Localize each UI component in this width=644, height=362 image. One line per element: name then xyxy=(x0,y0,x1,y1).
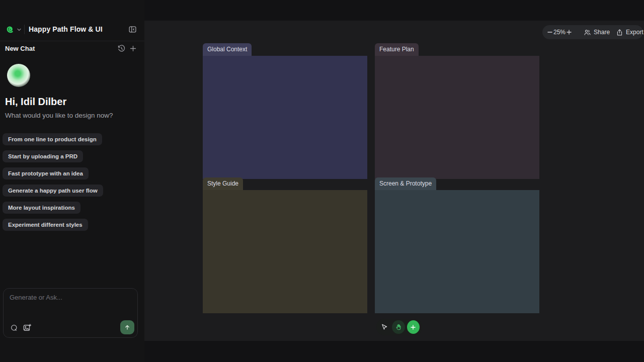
composer-tools xyxy=(10,323,32,332)
chip-fast-prototype[interactable]: Fast prototype with an idea xyxy=(3,167,89,179)
sidebar-header: Happy Path Flow & UI xyxy=(0,22,144,38)
greeting-subtitle: What would you like to design now? xyxy=(5,112,113,119)
add-image-icon[interactable] xyxy=(23,323,32,332)
prompt-input[interactable] xyxy=(10,294,130,314)
canvas-tools xyxy=(376,319,422,335)
composer xyxy=(3,288,138,338)
frame-label-screen-prototype[interactable]: Screen & Prototype xyxy=(375,177,436,190)
frame-screen-prototype[interactable]: Screen & Prototype xyxy=(375,190,539,313)
header-divider xyxy=(24,25,25,34)
suggestion-chips: From one line to product design Start by… xyxy=(3,133,141,231)
frame-label-feature-plan[interactable]: Feature Plan xyxy=(375,43,419,56)
frame-label-style-guide[interactable]: Style Guide xyxy=(203,177,243,190)
chip-experiment-styles[interactable]: Experiment different styles xyxy=(3,219,88,231)
section-divider xyxy=(0,41,144,41)
project-title: Happy Path Flow & UI xyxy=(29,25,103,33)
hand-tool-button[interactable] xyxy=(392,320,405,334)
select-target-icon[interactable] xyxy=(10,323,19,332)
frame-style-guide[interactable]: Style Guide xyxy=(203,190,367,313)
cursor-tool-icon[interactable] xyxy=(379,321,390,333)
frame-label-global-context[interactable]: Global Context xyxy=(203,43,252,56)
chip-layout-inspirations[interactable]: More layout inspirations xyxy=(3,202,80,214)
new-chat-plus-icon[interactable] xyxy=(129,44,137,53)
chevron-down-icon[interactable] xyxy=(16,27,22,33)
export-label: Export xyxy=(626,29,643,36)
export-button[interactable]: Export xyxy=(613,29,644,36)
plus-icon xyxy=(410,324,417,331)
chip-happy-path-flow[interactable]: Generate a happy path user flow xyxy=(3,185,103,197)
zoom-level[interactable]: 25% xyxy=(553,29,566,36)
canvas-toolbar: 25% Share Export xyxy=(542,25,643,39)
share-button[interactable]: Share xyxy=(581,29,613,36)
hand-icon xyxy=(395,323,403,331)
assistant-avatar-orb xyxy=(7,64,30,87)
arrow-up-icon xyxy=(124,324,131,331)
new-chat-label: New Chat xyxy=(5,45,35,52)
share-label: Share xyxy=(594,29,610,36)
frame-feature-plan[interactable]: Feature Plan xyxy=(375,56,539,179)
zoom-out-button[interactable] xyxy=(546,28,553,37)
frame-global-context[interactable]: Global Context xyxy=(203,56,367,179)
logo-spiral-icon xyxy=(5,24,16,35)
chip-product-design[interactable]: From one line to product design xyxy=(3,133,102,145)
sidebar: Happy Path Flow & UI New Chat Hi, Idil D… xyxy=(0,0,144,362)
greeting-heading: Hi, Idil Dilber xyxy=(5,96,66,108)
add-frame-button[interactable] xyxy=(407,320,420,334)
history-icon[interactable] xyxy=(117,44,126,53)
app-logo[interactable] xyxy=(4,23,16,35)
export-icon xyxy=(616,29,623,36)
send-button[interactable] xyxy=(120,320,134,334)
zoom-in-button[interactable] xyxy=(566,28,573,37)
chip-upload-prd[interactable]: Start by uploading a PRD xyxy=(3,150,83,162)
collapse-sidebar-icon[interactable] xyxy=(127,24,137,34)
design-canvas[interactable]: Global Context Feature Plan Style Guide … xyxy=(144,21,644,341)
new-chat-row: New Chat xyxy=(0,44,144,53)
people-icon xyxy=(584,29,591,36)
